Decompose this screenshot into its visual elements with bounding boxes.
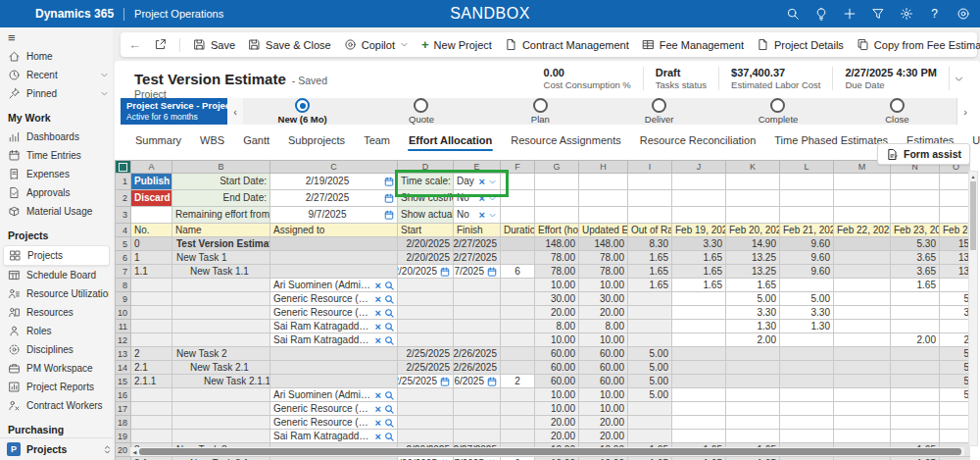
- cell[interactable]: [172, 279, 270, 292]
- task-number-cell[interactable]: [131, 306, 172, 320]
- cell[interactable]: [172, 333, 270, 347]
- copy-from-fee-estimate-button[interactable]: Copy from Fee Estimate: [857, 38, 980, 51]
- row-number[interactable]: 21: [116, 457, 131, 460]
- calendar-icon[interactable]: [440, 267, 450, 277]
- effort-value-cell[interactable]: 5.00: [780, 292, 834, 306]
- effort-value-cell[interactable]: 10.00: [579, 388, 628, 402]
- effort-value-cell[interactable]: [672, 292, 726, 306]
- date-cell[interactable]: 2/25/2025: [398, 361, 454, 375]
- effort-value-cell[interactable]: 13: [940, 265, 971, 279]
- date-cell[interactable]: 2/27/2025: [454, 265, 501, 279]
- date-cell[interactable]: 2/27/2025: [454, 251, 501, 265]
- effort-value-cell[interactable]: [672, 320, 726, 333]
- cell[interactable]: [834, 207, 891, 224]
- cell[interactable]: [535, 207, 579, 224]
- effort-value-cell[interactable]: [940, 430, 971, 443]
- effort-value-cell[interactable]: 148.00: [579, 237, 628, 251]
- task-number-cell[interactable]: [131, 292, 172, 306]
- cell[interactable]: [270, 237, 398, 251]
- cell[interactable]: [834, 174, 891, 190]
- filter-icon[interactable]: [870, 7, 885, 22]
- tab-gantt[interactable]: Gantt: [242, 130, 270, 150]
- effort-value-cell[interactable]: 1.65: [628, 265, 672, 279]
- effort-value-cell[interactable]: [628, 306, 672, 320]
- magnifier-icon[interactable]: [384, 390, 394, 400]
- effort-value-cell[interactable]: [726, 388, 780, 402]
- column-letter-I[interactable]: I: [628, 161, 672, 174]
- effort-value-cell[interactable]: 9.60: [780, 265, 834, 279]
- effort-value-cell[interactable]: 8.00: [535, 320, 579, 333]
- effort-value-cell[interactable]: 10.00: [535, 388, 579, 402]
- popout-button[interactable]: [154, 38, 167, 51]
- calendar-icon[interactable]: [384, 210, 394, 220]
- row-number[interactable]: 6: [116, 251, 131, 265]
- effort-value-cell[interactable]: [672, 306, 726, 320]
- effort-value-cell[interactable]: 60.00: [579, 375, 628, 388]
- cell[interactable]: [172, 320, 270, 333]
- horizontal-scroll-thumb[interactable]: [139, 448, 961, 455]
- remove-icon[interactable]: ×: [479, 193, 485, 203]
- task-name-cell[interactable]: New Task 1.1: [172, 265, 270, 279]
- effort-value-cell[interactable]: 20.00: [579, 416, 628, 430]
- row-number[interactable]: 2: [116, 190, 131, 207]
- sidebar-item-resource-utilization[interactable]: Resource Utilization: [0, 284, 113, 303]
- cell[interactable]: [131, 207, 172, 224]
- cell[interactable]: [780, 174, 834, 190]
- effort-value-cell[interactable]: [628, 320, 672, 333]
- bpf-next-icon[interactable]: ›: [956, 98, 973, 125]
- cell[interactable]: [672, 174, 726, 190]
- effort-value-cell[interactable]: [672, 347, 726, 361]
- calendar-icon[interactable]: [487, 267, 497, 277]
- date-cell[interactable]: 2/20/2025: [398, 237, 454, 251]
- effort-value-cell[interactable]: [780, 416, 834, 430]
- effort-value-cell[interactable]: [628, 333, 672, 347]
- effort-value-cell[interactable]: 1.30: [780, 320, 834, 333]
- effort-value-cell[interactable]: 10.00: [535, 279, 579, 292]
- duration-cell[interactable]: 6: [501, 265, 535, 279]
- magnifier-icon[interactable]: [384, 335, 394, 345]
- effort-value-cell[interactable]: 14.90: [726, 237, 780, 251]
- back-button[interactable]: ←: [128, 37, 141, 52]
- effort-value-cell[interactable]: 1.65: [628, 279, 672, 292]
- copilot-icon[interactable]: [956, 7, 970, 22]
- fee-management-button[interactable]: Fee Management: [642, 38, 744, 51]
- cell[interactable]: [398, 279, 454, 292]
- cell[interactable]: [172, 388, 270, 402]
- calendar-icon[interactable]: [440, 377, 450, 386]
- calendar-icon[interactable]: [384, 193, 394, 203]
- effort-value-cell[interactable]: [940, 457, 971, 460]
- tab-wbs[interactable]: WBS: [199, 130, 225, 150]
- effort-value-cell[interactable]: 60.00: [535, 347, 579, 361]
- duration-cell[interactable]: [501, 279, 535, 292]
- effort-value-cell[interactable]: [780, 388, 834, 402]
- column-header-effort-hours[interactable]: Effort (hours): [535, 224, 579, 237]
- remove-icon[interactable]: ×: [375, 432, 381, 441]
- area-switcher-updown-icon[interactable]: [102, 444, 113, 455]
- column-header-feb-24-20[interactable]: Feb 24, 20: [940, 224, 971, 237]
- effort-value-cell[interactable]: [940, 402, 971, 416]
- duration-cell[interactable]: [501, 402, 535, 416]
- effort-value-cell[interactable]: 78.00: [535, 265, 579, 279]
- task-name-cell[interactable]: Test Version Estimate: [172, 237, 270, 251]
- column-header-no[interactable]: No.: [131, 224, 172, 237]
- new-project-button[interactable]: +New Project: [421, 37, 492, 52]
- effort-value-cell[interactable]: 10.00: [579, 457, 628, 460]
- effort-value-cell[interactable]: 9.60: [780, 237, 834, 251]
- effort-value-cell[interactable]: 5: [940, 347, 971, 361]
- sidebar-item-pm-workspace[interactable]: PM Workspace: [0, 359, 113, 378]
- task-number-cell[interactable]: 1: [131, 251, 172, 265]
- effort-value-cell[interactable]: [891, 320, 940, 333]
- effort-value-cell[interactable]: 13: [940, 251, 971, 265]
- cell[interactable]: [398, 333, 454, 347]
- effort-value-cell[interactable]: [672, 361, 726, 375]
- effort-value-cell[interactable]: [628, 430, 672, 443]
- vertical-scrollbar[interactable]: ▲: [968, 171, 978, 446]
- cell[interactable]: [940, 207, 971, 224]
- horizontal-scrollbar[interactable]: ◀: [130, 447, 964, 456]
- effort-value-cell[interactable]: 10.00: [579, 333, 628, 347]
- calendar-icon[interactable]: [384, 177, 394, 186]
- chevron-down-icon[interactable]: [488, 194, 497, 203]
- duration-cell[interactable]: [501, 306, 535, 320]
- area-switcher[interactable]: P Projects: [0, 437, 114, 460]
- cell[interactable]: [398, 402, 454, 416]
